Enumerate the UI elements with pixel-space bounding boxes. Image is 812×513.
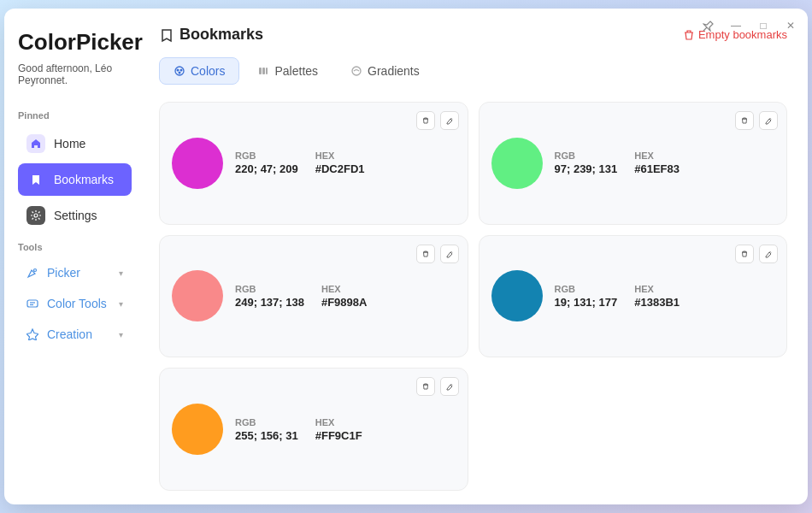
delete-color-3-button[interactable] [416, 245, 435, 263]
rgb-label-3: RGB [235, 284, 304, 294]
maximize-button[interactable]: □ [756, 19, 770, 32]
pinned-label: Pinned [18, 110, 132, 121]
edit-color-1-button[interactable] [440, 111, 459, 130]
creation-label: Creation [47, 327, 92, 341]
picker-label: Picker [47, 266, 80, 280]
hex-label-3: HEX [321, 284, 367, 294]
sidebar-item-color-tools[interactable]: Color Tools ▾ [18, 290, 132, 317]
tabs-container: Colors Palettes Gradients [159, 57, 787, 85]
hex-value-4: #1383B1 [634, 296, 680, 309]
close-button[interactable]: ✕ [784, 19, 797, 32]
card-4-actions [735, 245, 778, 263]
sidebar-item-settings-label: Settings [54, 209, 97, 222]
minimize-button[interactable]: — [729, 19, 743, 32]
tab-gradients-label: Gradients [368, 64, 420, 78]
edit-color-5-button[interactable] [440, 377, 459, 396]
svg-rect-11 [262, 68, 265, 74]
gradients-tab-icon [350, 65, 362, 77]
color-card-2: RGB 97; 239; 131 HEX #61EF83 [479, 102, 788, 225]
svg-point-13 [352, 67, 361, 75]
color-swatch-5 [172, 404, 223, 455]
rgb-value-3: 249; 137; 138 [235, 296, 304, 309]
svg-rect-2 [27, 300, 38, 307]
svg-point-9 [179, 72, 181, 74]
sidebar-item-bookmarks[interactable]: Bookmarks [18, 163, 132, 196]
rgb-value-2: 97; 239; 131 [555, 162, 618, 175]
color-swatch-1 [172, 138, 223, 189]
sidebar-item-bookmarks-label: Bookmarks [54, 173, 114, 186]
tools-label: Tools [18, 242, 132, 252]
sidebar-item-creation[interactable]: Creation ▾ [18, 321, 132, 348]
color-swatch-2 [491, 138, 543, 189]
color-swatch-4 [491, 270, 543, 321]
picker-chevron: ▾ [119, 268, 123, 278]
rgb-label-5: RGB [235, 417, 298, 428]
card-3-actions [416, 245, 459, 263]
svg-rect-10 [259, 68, 262, 74]
main-window: — □ ✕ ColorPicker Good afternoon, Léo Pe… [4, 9, 808, 504]
tab-colors[interactable]: Colors [159, 57, 239, 85]
edit-color-4-button[interactable] [759, 245, 778, 263]
color-card-5: RGB 255; 156; 31 HEX #FF9C1F [159, 368, 468, 491]
creation-icon [26, 328, 38, 340]
main-content: Bookmarks Empty bookmarks [145, 9, 808, 504]
hex-value-3: #F9898A [321, 296, 367, 309]
color-tools-icon [26, 298, 38, 310]
hex-label-2: HEX [634, 150, 680, 161]
creation-chevron: ▾ [119, 330, 123, 339]
sidebar-item-home[interactable]: Home [18, 127, 132, 160]
rgb-label-4: RGB [555, 284, 618, 294]
color-card-4: RGB 19; 131; 177 HEX #1383B1 [479, 235, 788, 358]
svg-point-1 [34, 269, 37, 272]
delete-color-4-button[interactable] [735, 245, 754, 263]
delete-color-5-button[interactable] [416, 377, 435, 396]
color-tools-label: Color Tools [47, 297, 107, 310]
card-5-actions [416, 377, 459, 396]
hex-label-4: HEX [634, 284, 680, 294]
tab-palettes[interactable]: Palettes [243, 57, 332, 85]
sidebar-item-home-label: Home [54, 137, 85, 150]
titlebar: — □ ✕ [4, 9, 808, 43]
bookmark-icon [26, 170, 45, 189]
pin-button[interactable] [702, 19, 715, 32]
color-card-3: RGB 249; 137; 138 HEX #F9898A [159, 235, 468, 358]
home-icon [26, 134, 45, 153]
rgb-value-5: 255; 156; 31 [235, 429, 298, 442]
svg-marker-5 [26, 329, 38, 340]
rgb-label-2: RGB [555, 150, 618, 161]
delete-color-2-button[interactable] [735, 111, 754, 130]
svg-point-0 [34, 214, 38, 217]
settings-icon [26, 206, 45, 225]
hex-label-5: HEX [315, 417, 362, 428]
sidebar-item-settings[interactable]: Settings [18, 199, 132, 232]
sidebar-item-picker[interactable]: Picker ▾ [18, 259, 132, 286]
sidebar: ColorPicker Good afternoon, Léo Peyronne… [4, 9, 145, 504]
card-1-actions [416, 111, 459, 130]
palettes-tab-icon [257, 65, 269, 77]
rgb-label-1: RGB [235, 150, 298, 161]
hex-value-1: #DC2FD1 [315, 162, 365, 175]
hex-value-2: #61EF83 [634, 162, 680, 175]
delete-color-1-button[interactable] [416, 111, 435, 130]
svg-rect-12 [266, 68, 268, 74]
color-info-2: RGB 97; 239; 131 HEX #61EF83 [555, 150, 775, 175]
color-info-4: RGB 19; 131; 177 HEX #1383B1 [555, 284, 775, 309]
hex-value-5: #FF9C1F [315, 429, 362, 442]
svg-point-8 [180, 69, 183, 72]
app-subtitle: Good afternoon, Léo Peyronnet. [18, 62, 132, 86]
edit-color-2-button[interactable] [759, 111, 778, 130]
colors-grid: RGB 220; 47; 209 HEX #DC2FD1 [159, 102, 787, 491]
svg-point-7 [177, 69, 179, 72]
colors-tab-icon [174, 65, 185, 77]
color-card-1: RGB 220; 47; 209 HEX #DC2FD1 [159, 102, 468, 225]
tab-gradients[interactable]: Gradients [336, 57, 434, 85]
color-info-3: RGB 249; 137; 138 HEX #F9898A [235, 284, 456, 309]
rgb-value-1: 220; 47; 209 [235, 162, 298, 175]
edit-color-3-button[interactable] [440, 245, 459, 263]
color-info-1: RGB 220; 47; 209 HEX #DC2FD1 [235, 150, 456, 175]
rgb-value-4: 19; 131; 177 [555, 296, 618, 309]
hex-label-1: HEX [315, 150, 365, 161]
tab-palettes-label: Palettes [274, 64, 318, 78]
color-info-5: RGB 255; 156; 31 HEX #FF9C1F [235, 417, 456, 442]
card-2-actions [735, 111, 778, 130]
